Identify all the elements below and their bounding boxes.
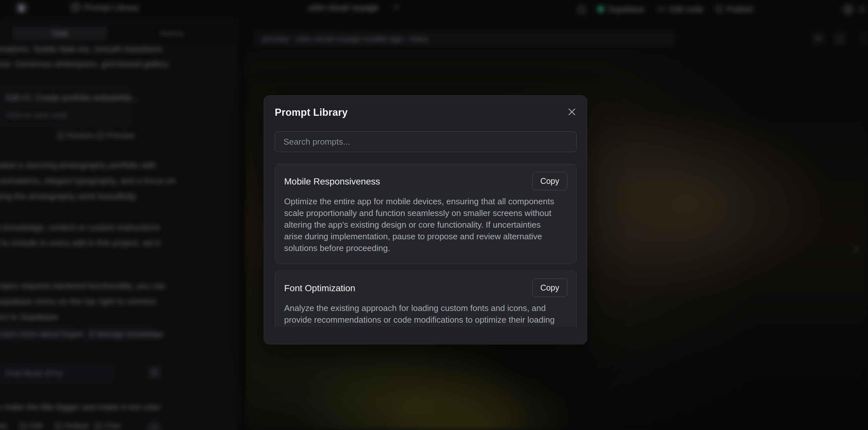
search-prompts-input[interactable] xyxy=(275,131,577,152)
prompt-list: Mobile Responsiveness Copy Optimize the … xyxy=(275,164,577,327)
prompt-card-font-optimization: Font Optimization Copy Analyze the exist… xyxy=(275,271,577,327)
prompt-card-mobile-responsiveness: Mobile Responsiveness Copy Optimize the … xyxy=(275,164,577,264)
close-icon xyxy=(568,108,576,116)
modal-title: Prompt Library xyxy=(275,107,348,118)
prompt-card-description: Analyze the existing approach for loadin… xyxy=(284,302,560,327)
copy-button[interactable]: Copy xyxy=(532,279,567,297)
prompt-card-description: Optimize the entire app for mobile devic… xyxy=(284,195,560,254)
prompt-card-title: Mobile Responsiveness xyxy=(284,172,380,187)
prompt-card-title: Font Optimization xyxy=(284,279,355,294)
prompt-library-modal: Prompt Library Mobile Responsiveness Cop… xyxy=(264,95,587,344)
copy-button[interactable]: Copy xyxy=(532,172,567,190)
modal-close-button[interactable] xyxy=(566,106,578,118)
screenshot-stage: Prompt Library urbn visual voyage ▾ Supa… xyxy=(0,0,868,430)
